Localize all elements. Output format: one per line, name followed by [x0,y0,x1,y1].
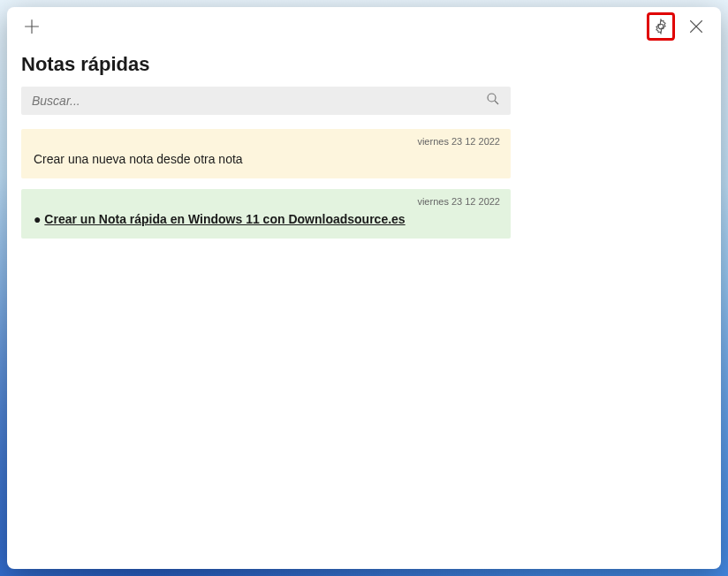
note-card[interactable]: viernes 23 12 2022 ● Crear un Nota rápid… [21,189,511,239]
gear-icon [653,19,669,34]
plus-icon [24,19,40,34]
bullet: ● [34,212,41,226]
note-card[interactable]: viernes 23 12 2022 Crear una nueva nota … [21,129,511,178]
new-note-button[interactable] [18,12,46,41]
settings-button[interactable] [647,12,675,41]
close-icon [688,19,704,34]
search-input[interactable] [32,94,486,108]
close-button[interactable] [682,12,710,41]
titlebar [7,7,721,46]
note-date: viernes 23 12 2022 [417,136,500,147]
search-box[interactable] [21,87,511,115]
note-date: viernes 23 12 2022 [417,196,500,207]
sticky-notes-window: Notas rápidas viernes 23 12 2022 Crear u… [7,7,721,569]
note-content: Crear una nueva nota desde otra nota [34,152,498,166]
note-link[interactable]: Crear un Nota rápida en Windows 11 con D… [44,212,405,226]
notes-list: viernes 23 12 2022 Crear una nueva nota … [7,115,525,253]
note-content: ● Crear un Nota rápida en Windows 11 con… [34,212,498,226]
search-icon [486,92,500,110]
svg-line-5 [495,101,498,104]
svg-point-4 [488,94,496,102]
app-title: Notas rápidas [7,46,721,87]
